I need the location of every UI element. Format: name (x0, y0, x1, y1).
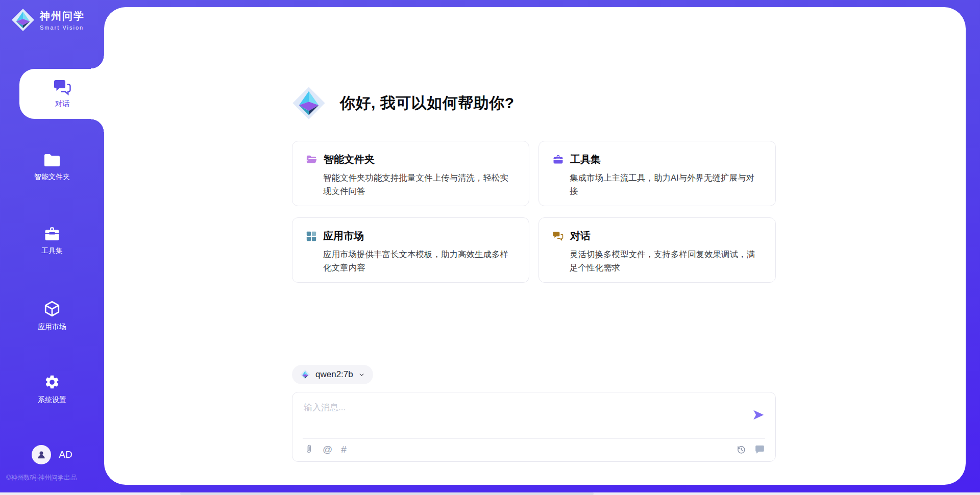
card-title: 智能文件夹 (324, 153, 375, 166)
chat-icon (53, 79, 72, 95)
card-title: 工具集 (570, 153, 601, 166)
app-logo-icon (292, 86, 326, 120)
card-smart-folder[interactable]: 智能文件夹 智能文件夹功能支持批量文件上传与清洗，轻松实现文件问答 (292, 141, 529, 206)
brand-logo-icon (11, 8, 35, 32)
folder-icon (43, 153, 61, 167)
brand-subtitle: Smart Vision (40, 24, 85, 31)
card-title: 对话 (570, 229, 591, 243)
folder-open-icon (306, 154, 317, 165)
comment-icon (754, 444, 765, 455)
card-description: 应用市场提供丰富长文本模板，助力高效生成多样化文章内容 (306, 248, 516, 274)
sidebar-item-label: 对话 (55, 99, 70, 109)
horizontal-scrollbar[interactable] (0, 492, 980, 495)
model-name: qwen2:7b (315, 369, 353, 380)
sidebar-item-toolset[interactable]: 工具集 (0, 226, 104, 256)
attach-button[interactable] (304, 443, 314, 455)
card-description: 智能文件夹功能支持批量文件上传与清洗，轻松实现文件问答 (306, 171, 516, 197)
toolbox-icon (552, 154, 564, 165)
card-description: 集成市场上主流工具，助力AI与外界无缝扩展与对接 (552, 171, 762, 197)
send-icon (752, 408, 765, 422)
mention-button[interactable]: @ (323, 444, 332, 454)
sidebar-item-smart-folder[interactable]: 智能文件夹 (0, 153, 104, 182)
sidebar-item-chat[interactable]: 对话 (19, 69, 105, 119)
sidebar-item-label: 智能文件夹 (34, 172, 70, 182)
sidebar-item-settings[interactable]: 系统设置 (0, 374, 104, 405)
history-icon (736, 444, 746, 455)
copyright-footer: ©神州数码·神州问学出品 (6, 474, 77, 482)
message-input[interactable] (298, 395, 734, 434)
user-account[interactable]: AD (0, 445, 104, 464)
model-selector[interactable]: qwen2:7b (292, 365, 373, 384)
tab-fillet-bottom (91, 119, 104, 132)
card-chat[interactable]: 对话 灵活切换多模型文件，支持多样回复效果调试，满足个性化需求 (538, 217, 776, 283)
card-toolset[interactable]: 工具集 集成市场上主流工具，助力AI与外界无缝扩展与对接 (538, 141, 776, 206)
scrollbar-thumb[interactable] (180, 492, 594, 495)
user-name: AD (59, 449, 72, 460)
paperclip-icon (304, 443, 314, 455)
comment-button[interactable] (754, 444, 765, 455)
gear-icon (44, 374, 60, 390)
sidebar-item-label: 工具集 (41, 246, 63, 256)
chat-bubbles-icon (552, 230, 564, 242)
card-title: 应用市场 (323, 229, 364, 243)
chevron-down-icon (358, 372, 365, 378)
toolbox-icon (43, 226, 61, 241)
card-description: 灵活切换多模型文件，支持多样回复效果调试，满足个性化需求 (552, 248, 762, 274)
hash-button[interactable]: # (341, 444, 347, 454)
greeting-title: 你好, 我可以如何帮助你? (340, 93, 514, 114)
sidebar-item-app-market[interactable]: 应用市场 (0, 300, 104, 332)
brand-name: 神州问学 (40, 9, 85, 23)
tab-fillet-top (91, 56, 104, 69)
model-logo-icon (300, 369, 310, 380)
composer-divider (303, 438, 765, 439)
hero: 你好, 我可以如何帮助你? (292, 86, 514, 120)
send-button[interactable] (752, 408, 766, 422)
brand: 神州问学 Smart Vision (11, 8, 85, 32)
cube-icon (43, 300, 61, 317)
card-app-market[interactable]: 应用市场 应用市场提供丰富长文本模板，助力高效生成多样化文章内容 (292, 217, 529, 283)
user-avatar-icon (32, 445, 51, 464)
message-input-box: @ # (292, 392, 776, 462)
sidebar-item-label: 应用市场 (38, 323, 66, 332)
feature-cards: 智能文件夹 智能文件夹功能支持批量文件上传与清洗，轻松实现文件问答 工具集 集成… (292, 141, 776, 283)
composer: qwen2:7b @ # (292, 365, 776, 462)
sidebar-item-label: 系统设置 (38, 395, 66, 405)
history-button[interactable] (736, 444, 746, 455)
app-grid-icon (306, 231, 317, 242)
main-content-panel: 你好, 我可以如何帮助你? 智能文件夹 智能文件夹功能支持批量文件上传与清洗，轻… (104, 7, 966, 485)
